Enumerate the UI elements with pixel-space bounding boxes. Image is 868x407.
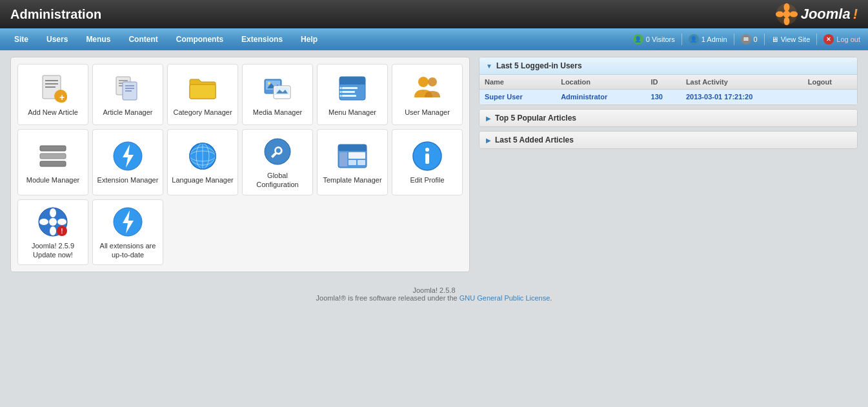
svg-rect-30 [339, 82, 365, 84]
svg-point-5 [783, 11, 790, 18]
article-manager-tile[interactable]: Article Manager [92, 64, 163, 125]
template-manager-icon [337, 141, 368, 172]
language-manager-tile[interactable]: Language Manager [167, 129, 238, 195]
admin-icon: 👤 [689, 34, 699, 45]
svg-rect-33 [342, 95, 356, 97]
svg-rect-54 [339, 152, 347, 166]
joomla-exclaim: ! [853, 6, 858, 23]
popular-arrow-icon: ▶ [486, 115, 491, 122]
svg-point-63 [57, 219, 66, 225]
media-manager-tile[interactable]: Media Manager [242, 64, 313, 125]
media-manager-icon [262, 73, 293, 104]
main-content: + Add New Article [0, 50, 868, 279]
logged-in-users-section: ▼ Last 5 Logged-in Users Name Location I… [479, 57, 858, 105]
logout-btn[interactable]: ✕ Log out [823, 34, 860, 45]
svg-rect-26 [275, 87, 289, 95]
col-location: Location [556, 75, 645, 90]
nav-divider-3 [764, 34, 765, 45]
extensions-uptodate-label: All extensions are up-to-date [97, 241, 159, 260]
view-site-icon: 🖥 [771, 35, 778, 43]
article-manager-label: Article Manager [103, 108, 152, 117]
language-manager-icon [187, 141, 218, 172]
module-manager-label: Module Manager [26, 175, 80, 184]
svg-point-64 [50, 226, 56, 235]
svg-rect-40 [40, 154, 66, 159]
visitors-indicator: 👤 0 Visitors [633, 34, 675, 45]
svg-point-4 [776, 12, 784, 17]
add-new-article-tile[interactable]: + Add New Article [17, 64, 88, 125]
category-manager-tile[interactable]: Category Manager [167, 64, 238, 125]
nav-users[interactable]: Users [37, 28, 77, 50]
svg-point-37 [418, 77, 429, 87]
joomla-flower-icon [775, 3, 798, 26]
icon-row-3: ! Joomla! 2.5.9 Update now! All extensio… [17, 199, 463, 266]
nav-divider-1 [681, 34, 682, 45]
popular-articles-title: Top 5 Popular Articles [495, 114, 576, 123]
col-name: Name [479, 75, 556, 90]
joomla-text: Joomla [801, 6, 851, 23]
joomla-update-label: Joomla! 2.5.9 Update now! [22, 241, 84, 260]
nav-help[interactable]: Help [292, 28, 327, 50]
footer: Joomla! 2.5.8 Joomla!® is free software … [0, 279, 868, 310]
navbar: Site Users Menus Content Components Exte… [0, 28, 868, 50]
footer-license-link[interactable]: GNU General Public License [459, 294, 550, 302]
svg-point-62 [50, 208, 56, 217]
messages-count: 0 [754, 35, 758, 43]
visitors-icon: 👤 [633, 34, 643, 45]
messages-indicator[interactable]: ✉ 0 [741, 34, 758, 45]
admin-indicator: 👤 1 Admin [689, 34, 727, 45]
global-config-label: Global Configuration [247, 171, 308, 190]
nav-extensions[interactable]: Extensions [232, 28, 292, 50]
col-last-activity: Last Activity [681, 75, 803, 90]
edit-profile-label: Edit Profile [410, 175, 444, 184]
col-logout: Logout [803, 75, 857, 90]
nav-divider-2 [734, 34, 734, 45]
global-configuration-tile[interactable]: Global Configuration [242, 129, 313, 195]
user-location: Administrator [556, 90, 645, 104]
svg-rect-55 [348, 152, 365, 159]
svg-point-3 [783, 17, 789, 26]
svg-point-1 [783, 3, 789, 12]
icon-row-2: Module Manager Extension Manager [17, 129, 463, 195]
svg-point-38 [428, 77, 437, 86]
added-arrow-icon: ▶ [486, 137, 491, 144]
language-manager-label: Language Manager [172, 175, 233, 184]
added-articles-header[interactable]: ▶ Last 5 Added Articles [479, 132, 857, 148]
extension-manager-tile[interactable]: Extension Manager [92, 129, 163, 195]
icon-row-1: + Add New Article [17, 64, 463, 125]
svg-point-34 [340, 87, 342, 89]
nav-content[interactable]: Content [119, 28, 167, 50]
extensions-uptodate-tile[interactable]: All extensions are up-to-date [92, 199, 163, 266]
svg-point-50 [265, 139, 290, 164]
nav-right: 👤 0 Visitors 👤 1 Admin ✉ 0 🖥 View Site ✕… [633, 28, 863, 50]
category-manager-label: Category Manager [173, 108, 232, 117]
user-manager-icon [412, 73, 443, 104]
template-manager-label: Template Manager [323, 175, 381, 184]
edit-profile-tile[interactable]: Edit Profile [392, 129, 463, 195]
view-site-btn[interactable]: 🖥 View Site [771, 35, 811, 43]
nav-components[interactable]: Components [167, 28, 232, 50]
svg-point-66 [49, 218, 57, 226]
logged-in-users-header[interactable]: ▼ Last 5 Logged-in Users [479, 57, 857, 75]
svg-point-35 [340, 91, 342, 93]
joomla-logo: Joomla! [775, 3, 858, 26]
nav-site[interactable]: Site [5, 28, 37, 50]
joomla-update-tile[interactable]: ! Joomla! 2.5.9 Update now! [17, 199, 88, 266]
extensions-uptodate-icon [112, 206, 143, 237]
article-manager-icon [112, 73, 143, 104]
category-manager-icon [187, 73, 218, 104]
menu-manager-tile[interactable]: Menu Manager [317, 64, 388, 125]
template-manager-tile[interactable]: Template Manager [317, 129, 388, 195]
table-row[interactable]: Super User Administrator 130 2013-03-01 … [479, 90, 857, 104]
popular-articles-header[interactable]: ▶ Top 5 Popular Articles [479, 110, 857, 126]
nav-menus[interactable]: Menus [77, 28, 119, 50]
icon-panel: + Add New Article [10, 57, 470, 272]
extension-manager-icon [112, 141, 143, 172]
module-manager-tile[interactable]: Module Manager [17, 129, 88, 195]
menu-manager-label: Menu Manager [328, 108, 376, 117]
user-logout-btn[interactable] [803, 90, 857, 104]
logged-in-arrow-icon: ▼ [486, 63, 492, 70]
svg-rect-41 [40, 161, 66, 166]
add-new-article-label: Add New Article [28, 108, 78, 117]
user-manager-tile[interactable]: User Manager [392, 64, 463, 125]
